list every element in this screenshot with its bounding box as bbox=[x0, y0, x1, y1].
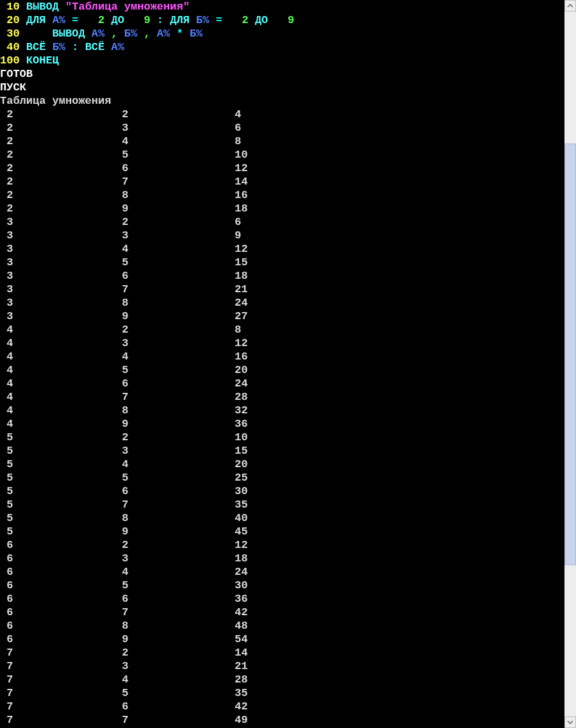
cell-a: 4 bbox=[0, 417, 115, 431]
token: : ВСЁ bbox=[65, 41, 111, 53]
cell-product: 9 bbox=[228, 229, 241, 242]
token: 9 bbox=[275, 14, 295, 26]
cell-product: 30 bbox=[228, 579, 248, 592]
table-row: 2 7 14 bbox=[0, 175, 564, 188]
cell-b: 8 bbox=[115, 511, 228, 525]
token: ВЫВОД bbox=[20, 28, 92, 40]
table-row: 3 7 21 bbox=[0, 283, 564, 296]
cell-a: 3 bbox=[0, 296, 115, 310]
cell-product: 12 bbox=[228, 242, 248, 256]
token: , bbox=[104, 28, 124, 40]
cell-product: 49 bbox=[228, 713, 248, 727]
table-row: 4 2 8 bbox=[0, 323, 564, 336]
table-row: 5 3 15 bbox=[0, 444, 564, 458]
cell-product: 35 bbox=[228, 498, 248, 511]
scroll-thumb[interactable] bbox=[564, 144, 576, 565]
cell-b: 6 bbox=[115, 484, 228, 498]
cell-product: 24 bbox=[228, 565, 248, 579]
token: Б% bbox=[190, 28, 202, 40]
table-row: 6 7 42 bbox=[0, 606, 564, 619]
token: * bbox=[170, 28, 190, 40]
cell-a: 6 bbox=[0, 552, 115, 565]
cell-a: 3 bbox=[0, 242, 115, 256]
table-row: 5 8 40 bbox=[0, 511, 564, 525]
table-row: 3 2 6 bbox=[0, 215, 564, 229]
token: : ДЛЯ bbox=[151, 14, 196, 26]
scroll-track[interactable] bbox=[564, 12, 576, 716]
table-row: 4 8 32 bbox=[0, 404, 564, 417]
cell-a: 3 bbox=[0, 269, 115, 283]
table-row: 2 4 8 bbox=[0, 135, 564, 148]
token: 9 bbox=[131, 14, 151, 26]
table-row: 4 5 20 bbox=[0, 363, 564, 377]
token: 2 bbox=[85, 14, 105, 26]
cell-product: 20 bbox=[228, 363, 248, 377]
token: , bbox=[137, 28, 157, 40]
cell-a: 4 bbox=[0, 363, 115, 377]
cell-b: 7 bbox=[115, 390, 228, 404]
token: А% bbox=[111, 41, 124, 53]
table-row: 6 8 48 bbox=[0, 619, 564, 633]
cell-a: 5 bbox=[0, 498, 115, 511]
table-row: 2 8 16 bbox=[0, 188, 564, 202]
cell-a: 2 bbox=[0, 202, 115, 215]
line-number: 10 bbox=[0, 1, 20, 13]
cell-b: 2 bbox=[115, 646, 228, 659]
table-row: 5 9 45 bbox=[0, 525, 564, 538]
token: Б% bbox=[124, 28, 137, 40]
table-row: 4 7 28 bbox=[0, 390, 564, 404]
cell-b: 6 bbox=[115, 161, 228, 175]
token: = bbox=[65, 14, 85, 26]
line-number: 30 bbox=[0, 28, 20, 40]
cell-product: 18 bbox=[228, 202, 248, 215]
cell-product: 20 bbox=[228, 458, 248, 471]
cell-b: 9 bbox=[115, 310, 228, 323]
table-row: 2 2 4 bbox=[0, 108, 564, 121]
cell-a: 4 bbox=[0, 377, 115, 390]
terminal-window: 10 ВЫВОД "Таблица умножения" 20 ДЛЯ А% =… bbox=[0, 0, 576, 728]
cell-product: 16 bbox=[228, 350, 248, 363]
cell-b: 5 bbox=[115, 256, 228, 269]
cell-product: 42 bbox=[228, 700, 248, 713]
table-row: 4 4 16 bbox=[0, 350, 564, 363]
cell-b: 2 bbox=[115, 215, 228, 229]
cell-a: 6 bbox=[0, 565, 115, 579]
table-row: 2 6 12 bbox=[0, 161, 564, 175]
cell-a: 5 bbox=[0, 484, 115, 498]
table-row: 4 9 36 bbox=[0, 417, 564, 431]
cell-a: 4 bbox=[0, 323, 115, 336]
cell-product: 24 bbox=[228, 296, 248, 310]
cell-a: 6 bbox=[0, 538, 115, 552]
cell-a: 7 bbox=[0, 659, 115, 673]
cell-product: 10 bbox=[228, 431, 248, 444]
table-row: 6 5 30 bbox=[0, 579, 564, 592]
source-line: 20 ДЛЯ А% = 2 ДО 9 : ДЛЯ Б% = 2 ДО 9 bbox=[0, 13, 564, 27]
cell-product: 32 bbox=[228, 404, 248, 417]
cell-b: 2 bbox=[115, 431, 228, 444]
cell-a: 7 bbox=[0, 646, 115, 659]
cell-b: 4 bbox=[115, 673, 228, 686]
cell-a: 4 bbox=[0, 390, 115, 404]
table-row: 3 8 24 bbox=[0, 296, 564, 310]
scroll-down-button[interactable] bbox=[564, 716, 576, 728]
terminal-output[interactable]: 10 ВЫВОД "Таблица умножения" 20 ДЛЯ А% =… bbox=[0, 0, 564, 728]
table-row: 5 4 20 bbox=[0, 458, 564, 471]
token: ВЫВОД bbox=[20, 1, 65, 13]
cell-product: 15 bbox=[228, 444, 248, 458]
cell-product: 21 bbox=[228, 283, 248, 296]
scroll-up-button[interactable] bbox=[564, 0, 576, 12]
cell-b: 6 bbox=[115, 592, 228, 606]
cell-product: 10 bbox=[228, 148, 248, 161]
cell-b: 2 bbox=[115, 108, 228, 121]
cell-b: 9 bbox=[115, 633, 228, 646]
table-row: 7 4 28 bbox=[0, 673, 564, 686]
cell-product: 16 bbox=[228, 188, 248, 202]
table-row: 3 4 12 bbox=[0, 242, 564, 256]
cell-b: 9 bbox=[115, 417, 228, 431]
cell-a: 2 bbox=[0, 175, 115, 188]
cell-product: 24 bbox=[228, 377, 248, 390]
scrollbar-vertical[interactable] bbox=[564, 0, 576, 728]
cell-a: 6 bbox=[0, 592, 115, 606]
cell-product: 40 bbox=[228, 511, 248, 525]
table-row: 6 3 18 bbox=[0, 552, 564, 565]
